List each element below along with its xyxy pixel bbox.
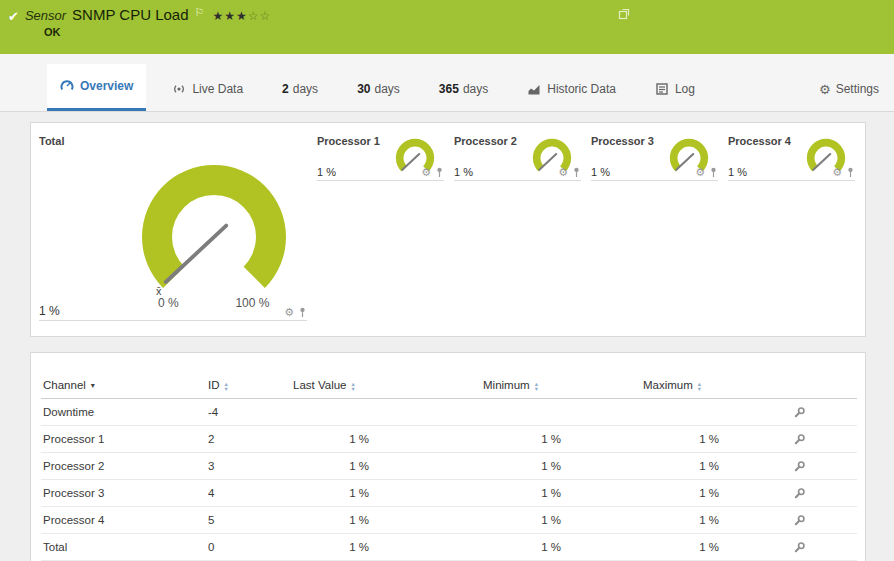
channel-name[interactable]: Processor 2 [41,453,206,480]
tab-number: 365 [439,82,459,96]
sort-icon[interactable]: ▴▾ [535,381,538,391]
channel-maximum: 1 % [641,534,791,561]
tab-30-days[interactable]: 30 days [344,67,413,111]
tab-label: days [374,82,399,96]
gauge-tile-processor-1: Processor 1 1 % ⚙ [317,135,444,181]
channel-settings-icon[interactable] [793,487,806,500]
title-block: Sensor SNMP CPU Load ⚐ ★★★☆☆ OK [25,6,271,38]
gauge-footer: 1 % ⚙ [728,166,855,181]
channel-minimum: 1 % [481,507,641,534]
channel-name[interactable]: Downtime [41,399,206,426]
gauge-value: 1 % [728,166,747,178]
total-gauge: x̄ 0 % 100 % [94,135,334,315]
gear-icon[interactable]: ⚙ [558,167,568,178]
gear-icon[interactable]: ⚙ [695,167,705,178]
channel-maximum: 1 % [641,507,791,534]
gear-icon[interactable]: ⚙ [421,167,431,178]
gear-icon[interactable]: ⚙ [284,307,294,318]
tab-label: days [463,82,488,96]
gauge-tile-total: Total x̄ 0 % 100 % 1 % ⚙ [39,135,307,321]
channel-name[interactable]: Processor 1 [41,426,206,453]
pin-icon[interactable] [709,167,718,178]
channel-settings-icon[interactable] [793,541,806,554]
channel-settings-icon[interactable] [793,433,806,446]
pin-icon[interactable] [572,167,581,178]
popout-icon[interactable] [618,8,630,20]
tab-live-data[interactable]: Live Data [159,67,256,111]
channel-name[interactable]: Total [41,534,206,561]
sort-icon[interactable]: ▴▾ [225,381,228,391]
header-maximum[interactable]: Maximum▴▾ [641,375,791,399]
log-icon [655,82,669,96]
status-ok-check-icon: ✔ [8,9,19,24]
page-title: SNMP CPU Load [72,6,188,23]
tab-label: Log [675,82,695,96]
header-channel[interactable]: Channel▾ [41,375,206,399]
gauge-value: 1 % [39,304,60,318]
table-row: Processor 3 4 1 % 1 % 1 % [41,480,857,507]
channel-minimum: 1 % [481,480,641,507]
gauge-footer: 1 % ⚙ [454,166,581,181]
channels-table: Channel▾ ID▴▾ Last Value▴▾ Minimum▴▾ Max… [41,375,857,561]
gauge-value: 1 % [591,166,610,178]
status-badge: OK [44,26,271,38]
tab-overview[interactable]: Overview [47,64,146,111]
channel-settings-icon[interactable] [793,460,806,473]
tab-label: Settings [836,82,879,96]
header-last-value[interactable]: Last Value▴▾ [291,375,481,399]
sorted-desc-icon[interactable]: ▾ [91,381,95,390]
table-row: Downtime -4 [41,399,857,426]
channel-last-value: 1 % [291,534,481,561]
channel-minimum: 1 % [481,453,641,480]
tab-settings[interactable]: ⚙ Settings [806,67,892,111]
live-data-icon [172,82,186,96]
tab-log[interactable]: Log [642,67,708,111]
channel-id: 4 [206,480,291,507]
flag-icon[interactable]: ⚐ [195,6,205,19]
pin-icon[interactable] [298,307,307,318]
channel-name[interactable]: Processor 4 [41,507,206,534]
header-id[interactable]: ID▴▾ [206,375,291,399]
pin-icon[interactable] [435,167,444,178]
gear-icon[interactable]: ⚙ [832,167,842,178]
tab-label: Overview [80,79,133,93]
settings-gear-icon: ⚙ [819,83,831,96]
channel-minimum: 1 % [481,426,641,453]
header-settings-column [791,375,857,399]
channel-id: -4 [206,399,291,426]
tab-label: Live Data [192,82,243,96]
pin-icon[interactable] [846,167,855,178]
channel-id: 2 [206,426,291,453]
star-empty-icons[interactable]: ☆☆ [248,9,272,23]
tab-label: days [293,82,318,96]
tab-number: 30 [357,82,370,96]
channel-minimum: 1 % [481,534,641,561]
overview-icon [60,79,74,93]
channel-settings-icon[interactable] [793,406,806,419]
gauge-value: 1 % [317,166,336,178]
table-header-row: Channel▾ ID▴▾ Last Value▴▾ Minimum▴▾ Max… [41,375,857,399]
sort-icon[interactable]: ▴▾ [698,381,701,391]
channel-last-value: 1 % [291,507,481,534]
channel-settings-icon[interactable] [793,514,806,527]
channel-maximum: 1 % [641,426,791,453]
gauges-panel: Total x̄ 0 % 100 % 1 % ⚙ Processor 1 1 %… [30,122,866,337]
tab-historic-data[interactable]: Historic Data [514,67,629,111]
channel-id: 3 [206,453,291,480]
channel-last-value: 1 % [291,453,481,480]
gauge-value: 1 % [454,166,473,178]
sort-icon[interactable]: ▴▾ [352,381,355,391]
channel-id: 0 [206,534,291,561]
sensor-header: ✔ Sensor SNMP CPU Load ⚐ ★★★☆☆ OK [0,0,894,54]
header-minimum[interactable]: Minimum▴▾ [481,375,641,399]
channel-maximum [641,399,791,426]
tab-365-days[interactable]: 365 days [426,67,501,111]
tab-bar: Overview Live Data 2 days 30 days 365 da… [0,54,894,112]
tab-2-days[interactable]: 2 days [269,67,331,111]
channel-minimum [481,399,641,426]
channel-name[interactable]: Processor 3 [41,480,206,507]
star-filled-icons[interactable]: ★★★ [212,9,247,23]
gauge-tile-processor-3: Processor 3 1 % ⚙ [591,135,718,181]
priority-stars[interactable]: ★★★☆☆ [212,9,271,23]
tab-number: 2 [282,82,289,96]
